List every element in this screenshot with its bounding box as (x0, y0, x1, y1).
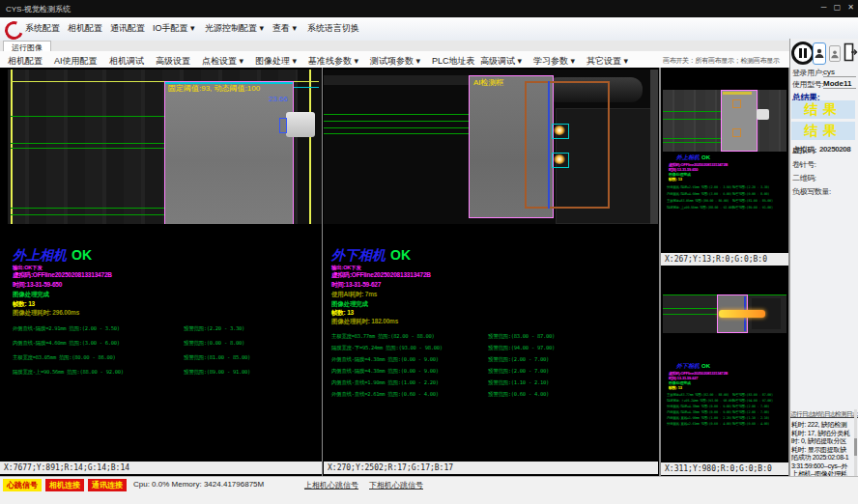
log-scrollbar[interactable] (854, 409, 857, 483)
ai-time-line: 使用AI耗时: 7ms (331, 291, 377, 299)
weld-spot (554, 126, 565, 135)
warning-range: 预警范围:(2.20 - 3.30) (732, 185, 769, 189)
log-scrollbar-thumb[interactable] (854, 438, 857, 456)
menu-system-config[interactable]: 系统配置 (25, 22, 60, 35)
frame-count-line: 帧数: 13 (13, 300, 35, 309)
warning-range: 预警范围:(94.00 - 97.00) (488, 345, 555, 351)
tool-learning-params[interactable]: 学习参数 ▾ (533, 55, 575, 68)
login-user-value[interactable]: cys (823, 68, 856, 77)
output-status: 输出:OK下发 (331, 265, 361, 271)
warning-range: 预警范围:(81.00 - 85.00) (184, 354, 250, 361)
lower-camera-heartbeat-link[interactable]: 下相机心跳信号 (369, 480, 423, 490)
log-tab-run[interactable]: 运行日志 (790, 410, 814, 419)
camera-name: 外下相机 (676, 363, 700, 369)
app-logo-icon (2, 18, 26, 42)
user-icon (814, 47, 825, 59)
overlay-orange-box (732, 128, 741, 137)
process-done-line: 图像处理完成 (13, 291, 49, 299)
tool-advanced-debug[interactable]: 高级调试 ▾ (480, 55, 522, 68)
measurement: 外侧直线-隔膜=2.91mm 范围:(2.00 - 3.50) (667, 185, 731, 189)
menu-io-config[interactable]: IO手配置 ▾ (153, 22, 195, 35)
pause-icon (804, 48, 807, 58)
pause-button[interactable] (791, 42, 815, 65)
mini-lower-camera-image[interactable] (663, 294, 786, 333)
warning-range: 预警范围:(89.00 - 91.00) (732, 206, 773, 210)
tool-image-processing[interactable]: 图像处理 ▾ (255, 55, 297, 68)
measurement: 外侧直线-隔膜=4.38mm 范围:(0.00 - 9.00) (667, 405, 731, 408)
menu-view[interactable]: 查看 ▾ (272, 22, 297, 35)
tool-spotcheck-settings[interactable]: 点检设置 ▾ (202, 55, 243, 68)
exit-button[interactable] (844, 42, 858, 64)
overlay-blue-marker (279, 118, 287, 133)
pause-icon (799, 48, 802, 58)
ai-box-label: AI检测框 (473, 77, 504, 88)
result-ok-badge: OK (390, 247, 411, 263)
mini-upper-pixel-coordinates: X:267;Y:13;R:0;G:0;B:0 (661, 253, 788, 266)
comm-connection-badge: 通讯连接 (88, 479, 127, 491)
left-camera-image[interactable]: 固定阈值:93, 动态阈值:100 23.66 (8, 70, 322, 224)
process-done-line: 图像处理完成 (331, 300, 368, 309)
log-area: 运行日志 缺陷日志 检测日志 耗时: 222, 缺陷检测耗时: 17, 缺陷分类… (790, 410, 854, 484)
camera-name: 外上相机 (676, 154, 700, 160)
canvas-display-options[interactable]: 画布开关：所有画布显示；检测画布显示 (663, 56, 780, 66)
result-ok-badge: OK (701, 363, 710, 369)
machine-edge (650, 70, 658, 224)
menu-bar: 系统配置 相机配置 通讯配置 IO手配置 ▾ 光源控制配置 ▾ 查看 ▾ 系统语… (0, 17, 858, 42)
login-user-label: 登录用户: (792, 68, 823, 78)
warning-range: 预警范围:(2.00 - 7.00) (732, 410, 769, 414)
log-tab-defect[interactable]: 缺陷日志 (813, 410, 836, 419)
menu-language-switch[interactable]: 系统语言切换 (307, 22, 359, 35)
switch-user-button[interactable] (829, 45, 841, 62)
measurement: 内侧直线-隔膜=4.60mm 范围:(3.00 - 6.00) (667, 192, 731, 196)
mini-upper-camera-image[interactable] (663, 90, 786, 152)
menu-light-config[interactable]: 光源控制配置 ▾ (205, 22, 264, 35)
write-count-label: 负极写数量: (792, 186, 831, 197)
warning-range: 预警范围:(0.00 - 8.00) (732, 192, 769, 196)
measurement: 主极宽度=83.05mm 范围:(80.00 - 86.00) (13, 354, 115, 361)
panel-divider (322, 68, 323, 476)
warning-range: 预警范围:(94.00 - 97.00) (732, 399, 773, 403)
ai-detect-box (525, 81, 610, 209)
tool-ai-config[interactable]: AI使用配置 (54, 55, 98, 68)
measurement: 外侧直线-直线=2.61mm 范围:(0.60 - 4.00) (331, 391, 439, 398)
measurement: 内侧直线-隔膜=4.38mm 范围:(0.00 - 9.00) (331, 368, 439, 375)
tool-camera-debug[interactable]: 相机调试 (109, 55, 144, 68)
overlay-highlight-band (719, 310, 765, 318)
menu-comm-config[interactable]: 通讯配置 (110, 22, 145, 35)
warning-range: 预警范围:(2.20 - 3.30) (184, 325, 244, 332)
warning-range: 预警范围:(83.00 - 87.00) (732, 393, 773, 397)
middle-camera-image[interactable]: AI检测框 (324, 70, 658, 224)
tool-other-settings[interactable]: 其它设置 ▾ (586, 55, 628, 68)
warning-range: 预警范围:(83.00 - 87.00) (488, 333, 555, 340)
minimize-icon[interactable]: ─ (817, 2, 830, 14)
app-window: CYS-视觉检测系统 ─ ▢ ✕ 系统配置 相机配置 通讯配置 IO手配置 ▾ … (0, 0, 858, 504)
measurement: 主极宽度=83.77mm 范围:(82.00 - 88.00) (331, 333, 434, 340)
toolbar: 相机配置 AI使用配置 相机调试 高级设置 点检设置 ▾ 图像处理 ▾ 基准线参… (0, 51, 789, 69)
model-value[interactable]: Mode11 (823, 79, 856, 89)
maximize-icon[interactable]: ▢ (831, 2, 844, 14)
measurement: 隔膜宽度-下=95.24mm 范围:(93.00 - 98.00) (667, 399, 733, 403)
virtual-code-value: 20250208 (819, 145, 850, 154)
camera-name: 外上相机 (13, 247, 67, 263)
warning-range: 预警范围:(2.00 - 7.00) (488, 356, 549, 363)
close-icon[interactable]: ✕ (844, 2, 857, 14)
upper-camera-heartbeat-link[interactable]: 上相机心跳信号 (304, 480, 358, 490)
tool-advanced-settings[interactable]: 高级设置 (156, 55, 190, 68)
qr-code-label: 二维码: (792, 173, 816, 183)
login-user-button[interactable] (813, 42, 826, 65)
tool-baseline-params[interactable]: 基准线参数 ▾ (308, 55, 358, 68)
mini-lower-pixel-coordinates: X:311;Y:980;R:0;G:0;B:0 (661, 462, 788, 475)
warning-range: 预警范围:(0.60 - 4.00) (732, 422, 769, 426)
tool-plc-address[interactable]: PLC地址表 (432, 55, 475, 68)
warning-range: 预警范围:(2.00 - 7.00) (488, 368, 549, 375)
warning-range: 预警范围:(89.00 - 91.00) (184, 369, 250, 376)
tool-camera-config[interactable]: 相机配置 (8, 55, 43, 68)
measurement: 隔膜宽度-上=90.56mm 范围:(88.00 - 92.00) (667, 206, 733, 210)
menu-camera-config[interactable]: 相机配置 (68, 22, 102, 35)
overlay-yellow-text-band (723, 92, 752, 95)
panel-divider (659, 68, 661, 476)
frame-count-line: 帧数: 13 (331, 309, 354, 318)
overlay-orange-box (732, 99, 741, 108)
cpu-memory-status: Cpu: 0.0% Memory: 3424.41796875M (133, 480, 264, 489)
tool-test-params[interactable]: 测试项参数 ▾ (370, 55, 420, 68)
